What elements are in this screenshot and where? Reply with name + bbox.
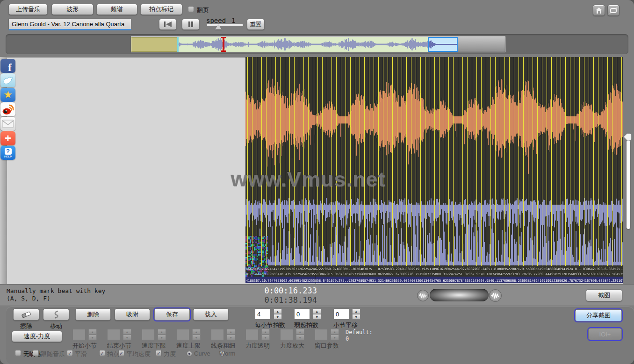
follow-music-checkbox[interactable] bbox=[33, 350, 39, 356]
curve-radio[interactable] bbox=[187, 351, 192, 357]
speed-label: speed bbox=[206, 17, 226, 24]
move-button[interactable] bbox=[43, 308, 69, 321]
pickup-beats-input[interactable] bbox=[294, 308, 310, 320]
speed-upper-label: 速度上限 bbox=[176, 342, 201, 350]
spin-up-icon[interactable]: ▲ bbox=[88, 329, 97, 335]
fullscreen-button[interactable] bbox=[607, 5, 620, 16]
spectrum-tab-button[interactable]: 频谱 bbox=[96, 4, 137, 15]
erase-button[interactable] bbox=[13, 308, 39, 321]
weibo-share-button[interactable] bbox=[0, 102, 15, 116]
help-button[interactable]: ? HELP bbox=[0, 146, 15, 160]
spin-up-icon[interactable]: ▲ bbox=[261, 329, 270, 335]
window-param-label: 窗口参数 bbox=[315, 342, 339, 350]
window-param-input[interactable] bbox=[315, 329, 328, 340]
beat-points-checkbox[interactable]: ✓ bbox=[99, 350, 105, 356]
measure-shift-input[interactable] bbox=[333, 308, 349, 320]
measure-shift-spinner: ▲▼ 小节平移 bbox=[333, 308, 360, 329]
pause-button[interactable] bbox=[182, 19, 200, 30]
default-value-note: Default: 0 bbox=[346, 329, 373, 342]
weibo-icon bbox=[1, 103, 14, 116]
rewind-icon bbox=[164, 21, 172, 28]
spin-up-icon[interactable]: ▲ bbox=[158, 329, 166, 335]
smooth-label: 平滑 bbox=[75, 350, 87, 358]
spin-down-icon[interactable]: ▼ bbox=[227, 335, 235, 340]
spin-up-icon[interactable]: ▲ bbox=[274, 308, 282, 314]
start-measure-input[interactable] bbox=[72, 329, 86, 340]
beat-points-label: 拍点 bbox=[107, 350, 119, 358]
spin-up-icon[interactable]: ▲ bbox=[192, 329, 201, 335]
facebook-share-button[interactable]: f bbox=[0, 59, 15, 73]
dynamics-scale-input[interactable] bbox=[280, 329, 293, 340]
delete-button[interactable]: 删除 bbox=[75, 308, 111, 321]
dynamics-opacity-label: 力度透明 bbox=[245, 342, 270, 350]
reset-button[interactable]: 重置 bbox=[247, 19, 265, 30]
track-title-input[interactable] bbox=[8, 18, 131, 30]
speed-upper-input[interactable] bbox=[176, 329, 189, 340]
ioi-button[interactable]: IOI+ bbox=[588, 328, 622, 340]
help-label: HELP bbox=[4, 155, 12, 158]
spin-down-icon[interactable]: ▼ bbox=[331, 335, 339, 340]
average-speed-checkbox[interactable]: ✓ bbox=[118, 350, 124, 356]
load-button[interactable]: 载入 bbox=[193, 308, 229, 321]
speed-lower-input[interactable] bbox=[142, 329, 155, 340]
spin-down-icon[interactable]: ▼ bbox=[261, 335, 270, 340]
spin-down-icon[interactable]: ▼ bbox=[274, 314, 282, 320]
spin-down-icon[interactable]: ▼ bbox=[296, 335, 304, 340]
page-turn-checkbox[interactable] bbox=[188, 6, 194, 12]
snap-button[interactable]: 吸附 bbox=[115, 308, 150, 321]
speed-slider-track[interactable] bbox=[207, 24, 243, 26]
speed-slider-thumb[interactable] bbox=[215, 24, 222, 29]
spin-down-icon[interactable]: ▼ bbox=[313, 314, 321, 320]
dynamics-label: 力度 bbox=[164, 350, 176, 358]
dynamics-scale-spinner: ▲▼ 力度放大 bbox=[280, 329, 304, 350]
beat-mark-tab-button[interactable]: 拍点标记 bbox=[140, 4, 182, 15]
spinner-arrows: ▲▼ bbox=[88, 329, 97, 340]
start-measure-label: 开始小节 bbox=[72, 342, 97, 350]
spin-up-icon[interactable]: ▲ bbox=[331, 329, 339, 335]
overview-waveform[interactable] bbox=[131, 36, 505, 52]
facebook-icon: f bbox=[8, 61, 12, 73]
upload-music-button[interactable]: 上传音乐 bbox=[8, 4, 48, 15]
end-measure-spinner: ▲▼ 结束小节 bbox=[107, 329, 131, 350]
follow-music-label: 跟随音乐 bbox=[41, 350, 65, 358]
worm-label: Worm bbox=[219, 350, 235, 357]
zoom-out-wave-button[interactable] bbox=[417, 290, 429, 301]
dynamics-checkbox[interactable]: ✓ bbox=[156, 350, 162, 356]
spin-up-icon[interactable]: ▲ bbox=[352, 308, 360, 314]
home-button[interactable] bbox=[593, 5, 605, 16]
qzone-share-button[interactable]: ★ bbox=[0, 88, 15, 102]
dynamics-opacity-input[interactable] bbox=[245, 329, 259, 340]
smooth-checkbox[interactable]: ✓ bbox=[67, 350, 73, 356]
rewind-button[interactable] bbox=[159, 19, 177, 30]
curve-label: Curve bbox=[194, 350, 210, 357]
no-tick-checkbox[interactable] bbox=[15, 350, 21, 356]
beats-per-measure-arrows: ▲▼ bbox=[274, 308, 282, 320]
page-turn-label: 翻页 bbox=[197, 6, 209, 14]
screenshot-button[interactable]: 截图 bbox=[586, 289, 622, 301]
social-sidebar: f ★ + ? HELP bbox=[0, 59, 16, 160]
zoom-in-wave-button[interactable] bbox=[489, 289, 502, 302]
waveform-tab-button[interactable]: 波形 bbox=[51, 4, 94, 15]
spin-up-icon[interactable]: ▲ bbox=[227, 329, 235, 335]
spin-up-icon[interactable]: ▲ bbox=[296, 329, 304, 335]
tempo-dynamics-button[interactable]: 速度-力度 bbox=[12, 331, 62, 342]
share-screenshot-button[interactable]: 分享截图 bbox=[575, 309, 622, 321]
wave-zoom-slider[interactable] bbox=[430, 289, 489, 301]
vertical-zoom-slider-track[interactable] bbox=[627, 140, 630, 229]
spin-down-icon[interactable]: ▼ bbox=[158, 335, 166, 340]
save-button[interactable]: 保存 bbox=[154, 308, 190, 321]
spin-down-icon[interactable]: ▼ bbox=[88, 335, 97, 340]
spin-down-icon[interactable]: ▼ bbox=[123, 335, 131, 340]
speed-lower-spinner: ▲▼ 速度下限 bbox=[142, 329, 166, 350]
spin-up-icon[interactable]: ▲ bbox=[123, 329, 131, 335]
beats-per-measure-input[interactable] bbox=[255, 308, 271, 320]
line-width-input[interactable] bbox=[211, 329, 224, 340]
vertical-zoom-slider-thumb[interactable] bbox=[623, 133, 632, 141]
email-share-button[interactable] bbox=[0, 117, 15, 131]
spin-down-icon[interactable]: ▼ bbox=[352, 314, 360, 320]
spin-down-icon[interactable]: ▼ bbox=[192, 335, 201, 340]
end-measure-input[interactable] bbox=[107, 329, 120, 340]
twitter-share-button[interactable] bbox=[0, 73, 15, 87]
addthis-share-button[interactable]: + bbox=[0, 131, 15, 145]
spin-up-icon[interactable]: ▲ bbox=[313, 308, 321, 314]
